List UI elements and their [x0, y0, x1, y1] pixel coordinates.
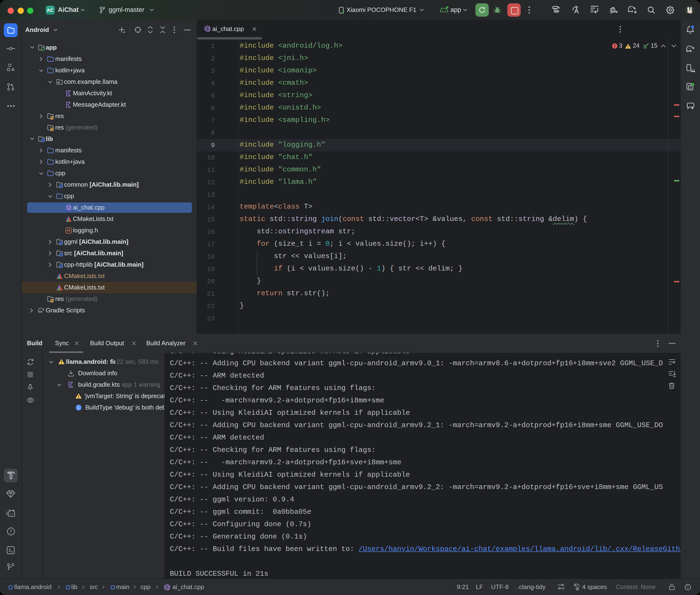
svg-text:C: C	[165, 585, 168, 590]
svg-text:C: C	[205, 26, 208, 31]
svg-text:C: C	[67, 205, 70, 210]
